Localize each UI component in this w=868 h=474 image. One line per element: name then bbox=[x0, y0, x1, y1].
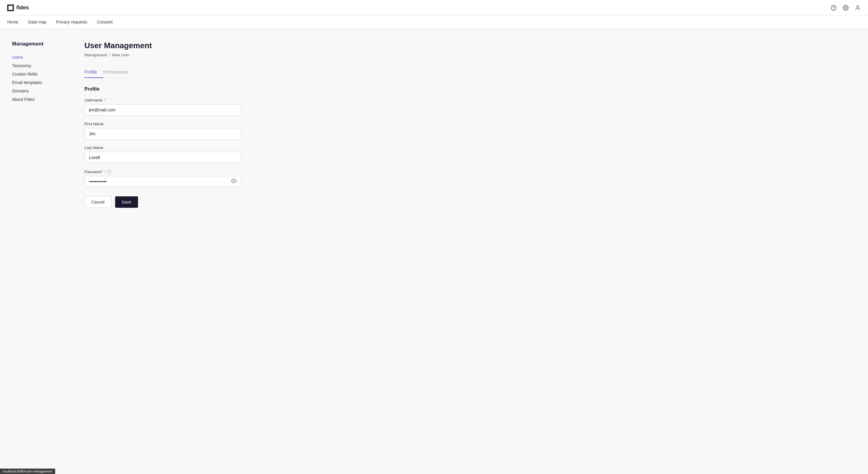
password-required: * bbox=[103, 170, 105, 174]
password-input[interactable] bbox=[84, 176, 241, 187]
first-name-group: First Name bbox=[84, 122, 296, 139]
page-title: User Management bbox=[84, 41, 296, 50]
last-name-input[interactable] bbox=[84, 152, 241, 163]
sidebar-item-taxonomy[interactable]: Taxonomy bbox=[12, 61, 66, 70]
logo-text: fides bbox=[16, 4, 29, 11]
form-section-title: Profile bbox=[84, 87, 296, 92]
username-required: * bbox=[104, 98, 106, 102]
save-button[interactable]: Save bbox=[115, 196, 138, 208]
sidebar-item-users[interactable]: Users bbox=[12, 53, 66, 61]
first-name-label: First Name bbox=[84, 122, 296, 126]
nav-bar: Home Data map Privacy requests Consent bbox=[0, 16, 868, 29]
breadcrumb: Management / New User bbox=[84, 53, 296, 57]
password-label: Password * ? bbox=[84, 169, 296, 174]
form-actions: Cancel Save bbox=[84, 196, 296, 208]
nav-item-privacy-requests[interactable]: Privacy requests bbox=[51, 16, 92, 29]
nav-item-home[interactable]: Home bbox=[7, 16, 23, 29]
nav-item-consent[interactable]: Consent bbox=[92, 16, 118, 29]
password-toggle-icon[interactable] bbox=[231, 178, 237, 185]
sidebar: Management Users Taxonomy Custom fields … bbox=[12, 41, 66, 462]
breadcrumb-root[interactable]: Management bbox=[84, 53, 107, 57]
logo-area: fides bbox=[7, 4, 29, 11]
top-icons bbox=[831, 5, 861, 11]
sidebar-title: Management bbox=[12, 41, 66, 47]
tab-profile[interactable]: Profile bbox=[84, 66, 103, 78]
svg-point-2 bbox=[834, 9, 834, 9]
svg-rect-0 bbox=[8, 6, 13, 10]
top-bar: fides bbox=[0, 0, 868, 16]
status-url: localhost:8080/user-management bbox=[3, 470, 52, 473]
logo-icon bbox=[7, 4, 14, 11]
user-icon[interactable] bbox=[855, 5, 861, 11]
sidebar-item-domains[interactable]: Domains bbox=[12, 87, 66, 95]
main-layout: Management Users Taxonomy Custom fields … bbox=[0, 29, 868, 474]
svg-point-3 bbox=[845, 7, 846, 8]
password-wrapper bbox=[84, 176, 241, 187]
settings-icon[interactable] bbox=[843, 5, 849, 11]
breadcrumb-current: New User bbox=[112, 53, 129, 57]
tabs: Profile Permissions bbox=[84, 66, 296, 78]
content-area: User Management Management / New User Pr… bbox=[84, 41, 296, 462]
first-name-input[interactable] bbox=[84, 128, 241, 139]
nav-item-datamap[interactable]: Data map bbox=[23, 16, 51, 29]
breadcrumb-separator: / bbox=[109, 53, 110, 57]
password-help-icon[interactable]: ? bbox=[107, 169, 112, 174]
tab-permissions[interactable]: Permissions bbox=[103, 66, 134, 78]
username-label: Username * bbox=[84, 98, 296, 102]
sidebar-item-about-fides[interactable]: About Fides bbox=[12, 95, 66, 104]
password-group: Password * ? bbox=[84, 169, 296, 187]
sidebar-item-email-templates[interactable]: Email templates bbox=[12, 78, 66, 87]
cancel-button[interactable]: Cancel bbox=[84, 196, 112, 208]
status-bar: localhost:8080/user-management bbox=[0, 469, 55, 474]
svg-point-4 bbox=[857, 5, 859, 7]
sidebar-item-custom-fields[interactable]: Custom fields bbox=[12, 70, 66, 78]
username-group: Username * bbox=[84, 98, 296, 116]
last-name-label: Last Name bbox=[84, 145, 296, 150]
username-input[interactable] bbox=[84, 104, 241, 116]
svg-point-5 bbox=[233, 180, 235, 181]
last-name-group: Last Name bbox=[84, 145, 296, 163]
help-icon[interactable] bbox=[831, 5, 837, 11]
